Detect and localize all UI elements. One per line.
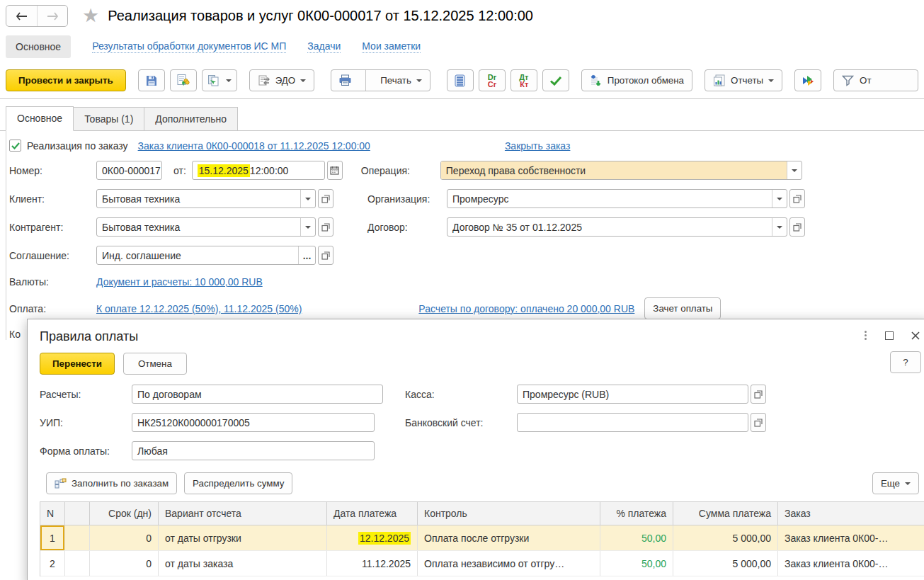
nav-main-pill[interactable]: Основное xyxy=(6,35,71,58)
org-select[interactable]: Промресурс xyxy=(447,189,787,208)
close-order-link[interactable]: Закрыть заказ xyxy=(505,140,571,152)
reports-button[interactable]: Отчеты xyxy=(705,69,782,91)
col-header-amount[interactable]: Сумма платежа xyxy=(673,502,778,525)
col-header-term[interactable]: Срок (дн) xyxy=(90,502,159,525)
dtkt-button[interactable]: ДтКт xyxy=(511,69,537,91)
org-caret[interactable] xyxy=(772,190,787,207)
table-row[interactable]: 1 0 от даты отгрузки 12.12.2025 Оплата п… xyxy=(40,525,924,551)
post-document-button[interactable] xyxy=(170,69,197,91)
bank-account-field[interactable] xyxy=(517,413,748,432)
back-button[interactable] xyxy=(6,6,37,26)
fill-by-orders-button[interactable]: Заполнить по заказам xyxy=(46,472,177,494)
cell-control[interactable]: Оплата после отгрузки xyxy=(418,525,600,550)
print-split-button[interactable]: Печать xyxy=(331,69,430,91)
payment-terms-link[interactable]: К оплате 12.12.2025 (50%), 11.12.2025 (5… xyxy=(96,303,302,314)
favorite-star-icon[interactable]: ★ xyxy=(82,6,99,25)
nav-link-tasks[interactable]: Задачи xyxy=(307,40,341,53)
payment-row: Оплата: К оплате 12.12.2025 (50%), 11.12… xyxy=(9,297,924,319)
col-header-order[interactable]: Заказ xyxy=(778,502,924,525)
client-select[interactable]: Бытовая техника xyxy=(96,189,316,208)
cell-date[interactable]: 11.12.2025 xyxy=(327,551,418,576)
counterparty-select[interactable]: Бытовая техника xyxy=(96,217,316,237)
cell-variant[interactable]: от даты отгрузки xyxy=(159,525,327,550)
bank-account-open-button[interactable] xyxy=(751,413,766,432)
contract-select[interactable]: Договор № 35 от 01.12.2025 xyxy=(447,217,787,237)
cashbox-field[interactable]: Промресурс (RUB) xyxy=(517,385,748,404)
drcr-button[interactable]: DrCr xyxy=(479,69,506,91)
agreement-open-button[interactable] xyxy=(318,246,333,265)
filter-button[interactable]: От xyxy=(833,69,918,91)
cell-term[interactable]: 0 xyxy=(90,551,159,576)
col-header-n[interactable]: N xyxy=(40,502,65,525)
tab-extra[interactable]: Дополнительно xyxy=(144,107,238,130)
distribute-sum-button[interactable]: Распределить сумму xyxy=(184,472,292,494)
order-checkbox[interactable] xyxy=(9,140,21,152)
contract-caret[interactable] xyxy=(772,218,787,236)
print-icon-part[interactable] xyxy=(331,74,359,86)
more-button[interactable]: Еще xyxy=(872,472,919,494)
customer-order-link[interactable]: Заказ клиента 0К00-000018 от 11.12.2025 … xyxy=(138,140,370,152)
client-caret[interactable] xyxy=(300,190,315,207)
marking-button[interactable] xyxy=(794,69,821,91)
cashbox-open-button[interactable] xyxy=(751,385,766,404)
nav-link-ismp-results[interactable]: Результаты обработки документов ИС МП xyxy=(92,40,286,53)
col-header-date[interactable]: Дата платежа xyxy=(327,502,418,525)
cell-marker[interactable] xyxy=(65,525,90,550)
edo-button[interactable]: ЭДО xyxy=(249,69,315,91)
nav-link-notes[interactable]: Мои заметки xyxy=(362,40,421,53)
cell-amount[interactable]: 5 000,00 xyxy=(673,525,778,550)
agreement-more-button[interactable]: ... xyxy=(298,246,315,264)
cell-percent[interactable]: 50,00 xyxy=(600,525,673,550)
currencies-link[interactable]: Документ и расчеты: 10 000,00 RUB xyxy=(96,276,263,288)
contract-open-button[interactable] xyxy=(789,217,805,237)
col-header-variant[interactable]: Вариант отсчета xyxy=(159,502,327,525)
registers-button[interactable] xyxy=(447,69,474,91)
calendar-button[interactable] xyxy=(327,161,343,180)
operation-caret[interactable] xyxy=(787,161,802,179)
counterparty-caret[interactable] xyxy=(300,218,315,236)
date-field[interactable]: 15.12.2025 12:00:00 xyxy=(192,161,325,180)
cell-control[interactable]: Оплата независимо от отгру… xyxy=(418,551,600,576)
operation-select[interactable]: Переход права собственности xyxy=(440,161,802,180)
cell-n[interactable]: 1 xyxy=(40,525,65,550)
offset-payment-button[interactable]: Зачет оплаты xyxy=(644,297,721,319)
save-button[interactable] xyxy=(138,69,165,91)
col-header-marker[interactable] xyxy=(65,502,90,525)
settlements-link[interactable]: Расчеты по договору: оплачено 20 000,00 … xyxy=(418,303,634,314)
cell-marker[interactable] xyxy=(65,551,90,576)
cell-term[interactable]: 0 xyxy=(90,525,159,550)
cell-order[interactable]: Заказ клиента 0К00-… xyxy=(778,525,924,550)
tab-main[interactable]: Основное xyxy=(6,106,74,131)
cell-variant[interactable]: от даты заказа xyxy=(159,551,327,576)
payform-field[interactable]: Любая xyxy=(132,441,375,460)
cell-n[interactable]: 2 xyxy=(40,551,65,576)
post-and-close-button[interactable]: Провести и закрыть xyxy=(6,69,126,91)
col-header-control[interactable]: Контроль xyxy=(418,502,600,525)
print-menu-part[interactable]: Печать xyxy=(372,75,430,86)
exchange-protocol-button[interactable]: Протокол обмена xyxy=(581,69,692,91)
number-field[interactable]: 0К00-000017 xyxy=(96,161,162,180)
dialog-menu-icon[interactable] xyxy=(863,329,868,341)
table-header-row: N Срок (дн) Вариант отсчета Дата платежа… xyxy=(40,502,924,525)
forward-button[interactable] xyxy=(37,6,67,26)
tab-goods[interactable]: Товары (1) xyxy=(73,107,144,130)
org-open-button[interactable] xyxy=(789,189,805,208)
cancel-button[interactable]: Отмена xyxy=(123,353,187,375)
counterparty-open-button[interactable] xyxy=(318,217,333,237)
cell-order[interactable]: Заказ клиента 0К00-… xyxy=(778,551,924,576)
transfer-button[interactable]: Перенести xyxy=(40,353,115,375)
client-open-button[interactable] xyxy=(318,189,333,208)
agreement-select[interactable]: Инд. соглашение ... xyxy=(96,246,316,265)
settlements-field[interactable]: По договорам xyxy=(132,385,383,404)
dialog-close-icon[interactable] xyxy=(911,331,920,341)
check-document-button[interactable] xyxy=(542,69,569,91)
create-based-on-button[interactable] xyxy=(202,69,237,91)
cell-date[interactable]: 12.12.2025 xyxy=(327,525,418,550)
cell-amount[interactable]: 5 000,00 xyxy=(673,551,778,576)
help-button[interactable]: ? xyxy=(890,351,921,373)
uip-field[interactable]: НК25120К000000170005 xyxy=(132,413,375,432)
cell-percent[interactable]: 50,00 xyxy=(600,551,673,576)
col-header-percent[interactable]: % платежа xyxy=(600,502,673,525)
dialog-maximize-icon[interactable] xyxy=(885,331,894,340)
table-row[interactable]: 2 0 от даты заказа 11.12.2025 Оплата нез… xyxy=(40,551,924,576)
